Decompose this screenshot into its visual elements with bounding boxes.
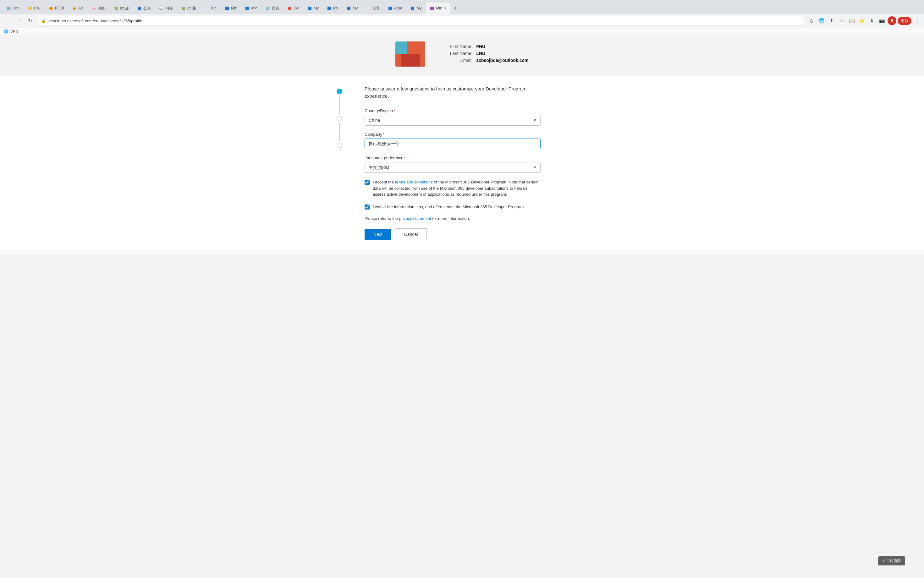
- tab-11-label: Mic: [231, 6, 237, 10]
- country-select[interactable]: China United States United Kingdom: [364, 115, 540, 126]
- tab-19[interactable]: 🟦 Appr: [384, 3, 406, 14]
- tab-9-favicon: 🌿: [181, 6, 185, 10]
- cancel-button[interactable]: Cancel: [395, 228, 427, 240]
- form-section: Please answer a few questions to help us…: [0, 76, 924, 250]
- country-select-wrapper: China United States United Kingdom ▼: [364, 115, 540, 126]
- checkbox-group: I accept the terms and conditions of the…: [364, 179, 540, 221]
- checkbox-2-row: I would like information, tips, and offe…: [364, 204, 540, 210]
- back-button[interactable]: ←: [3, 16, 12, 26]
- last-name-value: LNU: [476, 51, 485, 56]
- tab-15-favicon: 🟦: [307, 6, 312, 10]
- first-name-value: FNU: [476, 44, 485, 49]
- first-name-row: First Name: FNU: [438, 44, 528, 49]
- menu-button[interactable]: ⋮: [913, 16, 921, 25]
- new-tab-button[interactable]: +: [451, 4, 460, 13]
- newsletter-checkbox[interactable]: [364, 205, 369, 209]
- tab-5[interactable]: 🌸 初识: [88, 3, 109, 14]
- last-name-label: Last Name:: [438, 51, 472, 56]
- profile-avatar-btn[interactable]: B: [888, 16, 896, 25]
- step-1-dot: [337, 89, 342, 94]
- screenshot-icon[interactable]: 📷: [877, 16, 886, 25]
- toolbar-actions: G 🌐 ⬆ ☆ 📖 ⭐ ⬇ 📷 B 更新 ⋮: [807, 16, 921, 25]
- google-icon[interactable]: G: [807, 16, 816, 25]
- terms-checkbox-label: I accept the terms and conditions of the…: [373, 179, 540, 198]
- tab-3-label: RGBi: [55, 6, 64, 10]
- tab-16-label: My: [333, 6, 338, 10]
- tab-11[interactable]: 🟦 Mic: [221, 3, 241, 14]
- tab-20[interactable]: 🟦 My: [407, 3, 425, 14]
- tab-5-label: 初识: [98, 6, 106, 11]
- tab-10[interactable]: ✉️ Mic: [200, 3, 220, 14]
- update-button[interactable]: 更新: [898, 17, 911, 25]
- tab-13-favicon: ⚙️: [265, 6, 270, 10]
- profile-fields: First Name: FNU Last Name: LNU Email: sx…: [438, 41, 528, 65]
- share-icon[interactable]: ⬆: [827, 16, 836, 25]
- tab-1-label: icon: [13, 6, 20, 10]
- tab-18[interactable]: 📊 仪表: [362, 3, 384, 14]
- vpn-icon: 🌐: [4, 29, 8, 34]
- toolbar: ← → ↻ 🔒 developer.microsoft.com/en-us/mi…: [0, 14, 924, 28]
- form-content: Please answer a few questions to help us…: [364, 86, 540, 240]
- tab-10-favicon: ✉️: [204, 6, 209, 10]
- page-content: First Name: FNU Last Name: LNU Email: sx…: [0, 35, 924, 255]
- tab-1[interactable]: 🌐 icon: [3, 3, 23, 14]
- extension-1-icon[interactable]: 📖: [847, 16, 856, 25]
- next-button[interactable]: Next: [364, 229, 391, 240]
- company-input[interactable]: [364, 138, 540, 149]
- tab-9-label: qz 趣: [187, 6, 196, 11]
- first-name-label: First Name:: [438, 44, 472, 49]
- step-2-dot: [337, 115, 342, 121]
- refresh-button[interactable]: ↻: [25, 16, 34, 26]
- download-icon[interactable]: ⬇: [867, 16, 876, 25]
- terms-checkbox[interactable]: [364, 180, 369, 185]
- tab-17-label: My: [353, 6, 358, 10]
- tab-9[interactable]: 🌿 qz 趣: [177, 3, 200, 14]
- tab-14[interactable]: 🔴 Del: [283, 3, 303, 14]
- translate-icon[interactable]: 🌐: [817, 16, 826, 25]
- email-label: Email:: [438, 58, 472, 63]
- tab-17[interactable]: 🟦 My: [343, 3, 361, 14]
- tab-15[interactable]: 🟦 My: [304, 3, 322, 14]
- tab-bar: 🌐 icon 😊 Coll 🟠 RGBi 🐱 Alti 🌸 初识 🌿 qz 趣 …: [0, 0, 924, 14]
- tab-4[interactable]: 🐱 Alti: [68, 3, 87, 14]
- last-name-row: Last Name: LNU: [438, 51, 528, 56]
- tab-16[interactable]: 🟦 My: [323, 3, 342, 14]
- tab-13-label: 仪表: [272, 6, 279, 11]
- checkbox1-text1: I accept the: [373, 180, 395, 184]
- tab-8[interactable]: 💬 内容: [155, 3, 177, 14]
- privacy-text1: Please refer to the: [364, 216, 399, 221]
- tab-21-active[interactable]: 🟪 Mic ✕: [426, 3, 451, 14]
- tab-21-close[interactable]: ✕: [444, 6, 447, 10]
- tab-12-label: Mic: [251, 6, 257, 10]
- country-required: *: [394, 109, 395, 113]
- avatar-bottom: [395, 54, 425, 67]
- tab-14-favicon: 🔴: [287, 6, 292, 10]
- step-line-2: [339, 122, 340, 141]
- bookmark-icon[interactable]: ☆: [837, 16, 846, 25]
- tab-19-label: Appr: [394, 6, 402, 10]
- tab-13[interactable]: ⚙️ 仪表: [262, 3, 283, 14]
- tab-2[interactable]: 😊 Coll: [24, 3, 44, 14]
- form-intro: Please answer a few questions to help us…: [364, 86, 540, 99]
- language-select[interactable]: 中文(简体) English 中文(繁體): [364, 162, 540, 173]
- tab-4-favicon: 🐱: [72, 6, 76, 10]
- address-bar[interactable]: 🔒 developer.microsoft.com/en-us/microsof…: [36, 16, 805, 26]
- tab-6[interactable]: 🌿 qz 趣: [110, 3, 133, 14]
- tab-12-favicon: 🟦: [245, 6, 249, 10]
- profile-section: First Name: FNU Last Name: LNU Email: sx…: [0, 35, 924, 76]
- tab-3[interactable]: 🟠 RGBi: [45, 3, 68, 14]
- browser-chrome: 🌐 icon 😊 Coll 🟠 RGBi 🐱 Alti 🌸 初识 🌿 qz 趣 …: [0, 0, 924, 28]
- extension-2-icon[interactable]: ⭐: [857, 16, 866, 25]
- vpn-bar: 🌐 VPN: [0, 28, 924, 35]
- country-group: Country/Region* China United States Unit…: [364, 109, 540, 126]
- company-required: *: [383, 132, 384, 136]
- tab-12[interactable]: 🟦 Mic: [241, 3, 261, 14]
- privacy-statement-link[interactable]: privacy statement: [399, 216, 431, 221]
- privacy-note: Please refer to the privacy statement fo…: [364, 216, 540, 221]
- terms-conditions-link[interactable]: terms and conditions: [395, 180, 433, 184]
- forward-button[interactable]: →: [14, 16, 23, 26]
- tab-11-favicon: 🟦: [225, 6, 229, 10]
- tab-7-label: 公众: [143, 6, 151, 11]
- tab-7[interactable]: 🔵 公众: [133, 3, 155, 14]
- form-layout: Please answer a few questions to help us…: [320, 86, 604, 240]
